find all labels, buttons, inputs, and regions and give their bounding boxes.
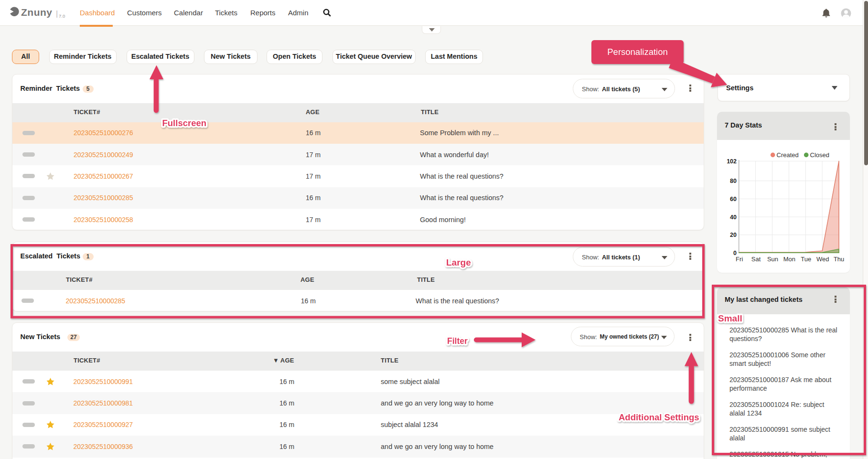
svg-text:Mon: Mon — [783, 256, 795, 263]
svg-text:102: 102 — [727, 158, 737, 165]
svg-text:Created: Created — [777, 151, 799, 159]
svg-text:Fri: Fri — [736, 256, 743, 263]
svg-text:80: 80 — [730, 178, 737, 184]
svg-text:7.0: 7.0 — [59, 13, 65, 19]
svg-text:40: 40 — [730, 214, 737, 221]
svg-text:Personalization: Personalization — [607, 47, 668, 57]
svg-text:Thu: Thu — [834, 256, 844, 263]
svg-text:20: 20 — [730, 232, 737, 238]
svg-text:Znuny: Znuny — [21, 7, 53, 18]
svg-text:Tue: Tue — [801, 256, 811, 263]
svg-text:|: | — [56, 10, 58, 18]
svg-text:60: 60 — [730, 196, 737, 203]
svg-text:Sat: Sat — [751, 256, 761, 263]
svg-text:Wed: Wed — [816, 256, 829, 263]
svg-text:Closed: Closed — [810, 151, 829, 159]
svg-text:Sun: Sun — [767, 256, 778, 263]
